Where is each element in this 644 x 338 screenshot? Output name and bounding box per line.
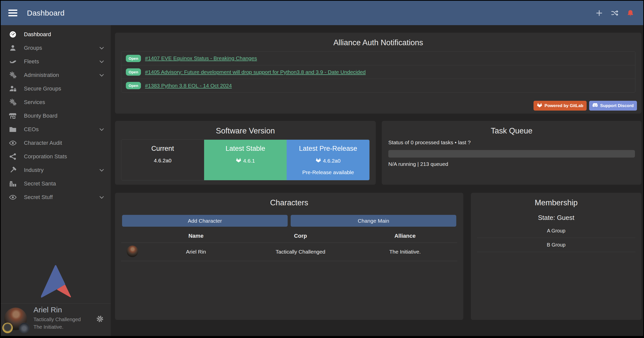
user-corp: Tactically Challenged bbox=[33, 317, 81, 322]
notification-list: Open #1407 EVE Equinox Status - Breaking… bbox=[121, 51, 635, 92]
sidebar-item-label: CEOs bbox=[24, 126, 39, 133]
share-icon bbox=[8, 153, 17, 161]
character-corp: Tactically Challenged bbox=[248, 249, 353, 255]
folder-icon bbox=[8, 125, 17, 133]
version-header: Latest Pre-Release bbox=[287, 145, 369, 153]
discord-icon bbox=[592, 103, 598, 109]
page-title: Dashboard bbox=[27, 9, 64, 17]
alliance-auth-logo bbox=[41, 265, 71, 298]
eye-icon bbox=[8, 193, 17, 201]
sidebar-item-secret-stuff[interactable]: Secret Stuff bbox=[1, 190, 111, 204]
shuffle-icon[interactable] bbox=[611, 9, 619, 17]
sidebar-item-groups[interactable]: Groups bbox=[1, 41, 111, 55]
change-main-button[interactable]: Change Main bbox=[291, 215, 456, 227]
panel-title: Task Queue bbox=[382, 121, 641, 135]
column-header-alliance: Alliance bbox=[353, 233, 457, 239]
panel-title: Alliance Auth Notifications bbox=[115, 33, 641, 47]
sidebar-item-label: Industry bbox=[24, 167, 44, 173]
software-version-panel: Software Version Current 4.6.2a0 Latest … bbox=[115, 121, 376, 185]
notification-row: Open #1407 EVE Equinox Status - Breaking… bbox=[121, 52, 635, 65]
gears-icon bbox=[8, 71, 17, 79]
status-badge: Open bbox=[126, 68, 141, 76]
panel-footer-badges: Powered by GitLab Support Discord bbox=[534, 101, 637, 111]
version-note: Pre-Release available bbox=[287, 169, 369, 175]
sidebar-item-fleets[interactable]: Fleets bbox=[1, 55, 111, 68]
list-item: B Group bbox=[477, 238, 635, 252]
chevron-down-icon bbox=[99, 72, 105, 78]
notification-link[interactable]: #1407 EVE Equinox Status - Breaking Chan… bbox=[145, 55, 257, 61]
list-item: A Group bbox=[477, 224, 635, 238]
sidebar-item-dashboard[interactable]: Dashboard bbox=[1, 28, 111, 41]
sidebar: Dashboard Groups Fleets bbox=[1, 25, 111, 336]
task-footer-line: N/A running | 213 queued bbox=[388, 161, 448, 167]
version-cell-current: Current 4.6.2a0 bbox=[121, 140, 204, 180]
alliance-logo-badge bbox=[19, 323, 29, 333]
plus-icon[interactable] bbox=[595, 9, 603, 17]
task-progress-bar bbox=[388, 150, 635, 158]
notification-row: Open #1383 Python 3.8 EOL - 14 Oct 2024 bbox=[121, 79, 635, 92]
bell-icon[interactable] bbox=[627, 9, 634, 17]
support-discord-badge[interactable]: Support Discord bbox=[589, 101, 637, 111]
chevron-down-icon bbox=[99, 59, 105, 65]
sidebar-item-bounty-board[interactable]: Bounty Board bbox=[1, 109, 111, 123]
sidebar-item-label: Administration bbox=[24, 72, 59, 78]
character-alliance: The Initiative. bbox=[353, 249, 457, 255]
chevron-down-icon bbox=[99, 194, 105, 200]
panel-title: Software Version bbox=[115, 121, 376, 135]
sidebar-item-industry[interactable]: Industry bbox=[1, 163, 111, 177]
sidebar-item-secure-groups[interactable]: Secure Groups bbox=[1, 82, 111, 95]
notification-link[interactable]: #1383 Python 3.8 EOL - 14 Oct 2024 bbox=[145, 83, 232, 89]
character-actions: Add Character Change Main bbox=[122, 215, 456, 227]
sidebar-item-character-audit[interactable]: Character Audit bbox=[1, 136, 111, 150]
chevron-down-icon bbox=[99, 126, 105, 132]
chevron-down-icon bbox=[99, 167, 105, 173]
badge-label: Powered by GitLab bbox=[545, 103, 583, 108]
gitlab-icon bbox=[236, 158, 241, 164]
menu-icon[interactable] bbox=[8, 8, 17, 18]
hammer-icon bbox=[8, 166, 17, 174]
group-list: A Group B Group bbox=[477, 224, 635, 252]
characters-panel: Characters Add Character Change Main Nam… bbox=[115, 193, 463, 320]
sidebar-item-administration[interactable]: Administration bbox=[1, 68, 111, 82]
user-panel: Ariel Rin Tactically Challenged The Init… bbox=[1, 303, 111, 336]
status-badge: Open bbox=[126, 55, 141, 62]
powered-by-gitlab-badge[interactable]: Powered by GitLab bbox=[534, 101, 587, 111]
add-character-button[interactable]: Add Character bbox=[122, 215, 288, 227]
version-value: 4.6.1 bbox=[243, 158, 255, 164]
sidebar-item-label: Secret Stuff bbox=[24, 194, 53, 201]
settings-gear-icon[interactable] bbox=[96, 315, 104, 323]
sidebar-item-ceos[interactable]: CEOs bbox=[1, 123, 111, 136]
sidebar-item-label: Groups bbox=[24, 45, 42, 51]
sidebar-nav: Dashboard Groups Fleets bbox=[1, 25, 111, 204]
top-navbar: Dashboard bbox=[1, 1, 643, 25]
sidebar-item-services[interactable]: Services bbox=[1, 95, 111, 109]
user-name: Ariel Rin bbox=[33, 306, 62, 314]
store-icon bbox=[8, 112, 17, 120]
character-name: Ariel Rin bbox=[144, 249, 248, 255]
gitlab-icon bbox=[316, 158, 321, 164]
user-lock-icon bbox=[8, 85, 17, 93]
sidebar-item-label: Secure Groups bbox=[24, 85, 61, 92]
notification-row: Open #1405 Advisory: Future development … bbox=[121, 65, 635, 79]
status-badge: Open bbox=[126, 82, 141, 89]
gifts-icon bbox=[8, 180, 17, 188]
navbar-actions bbox=[595, 9, 634, 17]
membership-panel: Membership State: Guest A Group B Group bbox=[471, 193, 641, 320]
sidebar-item-label: Corporation Stats bbox=[24, 153, 67, 160]
version-value: 4.6.2a0 bbox=[323, 158, 340, 164]
sidebar-item-label: Fleets bbox=[24, 58, 39, 65]
version-header: Latest Stable bbox=[204, 145, 287, 153]
alliance-auth-notifications-panel: Alliance Auth Notifications Open #1407 E… bbox=[115, 33, 641, 114]
gitlab-icon bbox=[537, 103, 542, 109]
main-layout: Dashboard Groups Fleets bbox=[1, 25, 643, 336]
corp-logo-badge bbox=[2, 323, 13, 333]
panel-title: Characters bbox=[115, 193, 463, 207]
user-avatar bbox=[4, 308, 27, 330]
column-header-name: Name bbox=[144, 233, 248, 239]
sidebar-item-corporation-stats[interactable]: Corporation Stats bbox=[1, 150, 111, 163]
sidebar-item-secret-santa[interactable]: Secret Santa bbox=[1, 177, 111, 190]
content-area: Alliance Auth Notifications Open #1407 E… bbox=[111, 25, 643, 336]
notification-link[interactable]: #1405 Advisory: Future development will … bbox=[145, 69, 366, 75]
app-window: Dashboard bbox=[1, 1, 643, 336]
sidebar-item-label: Dashboard bbox=[24, 31, 51, 38]
